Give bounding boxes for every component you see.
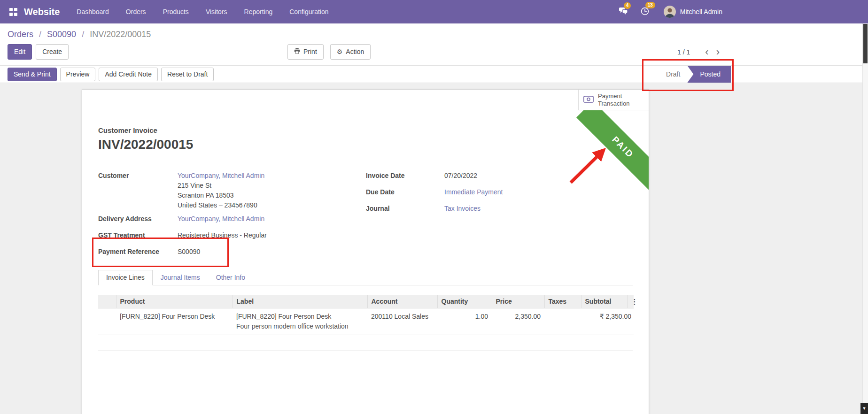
- gst-treatment-label: GST Treatment: [98, 230, 178, 240]
- add-credit-note-button[interactable]: Add Credit Note: [99, 68, 158, 81]
- money-icon: [583, 96, 594, 104]
- statusbar-buttons: Send & Print Preview Add Credit Note Res…: [8, 68, 214, 81]
- customer-link[interactable]: YourCompany, Mitchell Admin: [178, 172, 264, 179]
- column-options-icon[interactable]: ⋮: [627, 295, 634, 308]
- content-area: Payment Transaction PAID Customer Invoic…: [0, 83, 868, 414]
- main-menu: Dashboard Orders Products Visitors Repor…: [77, 8, 328, 15]
- column-header-product[interactable]: Product: [116, 295, 232, 308]
- page: Website Dashboard Orders Products Visito…: [0, 0, 868, 414]
- payment-transaction-button[interactable]: Payment Transaction: [578, 90, 649, 110]
- address-line: 215 Vine St: [178, 181, 264, 191]
- row-handle-cell: [98, 308, 116, 335]
- due-date-link[interactable]: Immediate Payment: [444, 188, 503, 196]
- delivery-address-field: Delivery Address YourCompany, Mitchell A…: [98, 214, 366, 224]
- journal-label: Journal: [366, 204, 444, 214]
- user-menu[interactable]: Mitchell Admin: [661, 5, 725, 18]
- address-line: Scranton PA 18503: [178, 191, 264, 200]
- activities-badge: 13: [645, 2, 655, 8]
- column-header-taxes[interactable]: Taxes: [544, 295, 581, 308]
- invoice-line-row[interactable]: [FURN_8220] Four Person Desk [FURN_8220]…: [98, 308, 634, 335]
- nav-item-dashboard[interactable]: Dashboard: [77, 8, 109, 15]
- due-date-field: Due Date Immediate Payment: [366, 187, 633, 197]
- totals-separator: [98, 351, 633, 351]
- pager-next-icon[interactable]: ›: [713, 47, 723, 57]
- send-and-print-button[interactable]: Send & Print: [8, 68, 57, 81]
- top-navbar: Website Dashboard Orders Products Visito…: [0, 0, 868, 23]
- customer-field: Customer YourCompany, Mitchell Admin 215…: [98, 171, 366, 210]
- subtotal-cell: ₹ 2,350.00: [581, 308, 634, 335]
- scroll-down-button[interactable]: ▼: [860, 403, 868, 414]
- preview-button[interactable]: Preview: [60, 68, 96, 81]
- invoice-date-label: Invoice Date: [366, 171, 444, 181]
- quantity-cell: 1.00: [437, 308, 492, 335]
- nav-item-products[interactable]: Products: [163, 8, 189, 15]
- address-line: United States – 234567890: [178, 200, 264, 210]
- printer-icon: [294, 48, 300, 56]
- tab-invoice-lines[interactable]: Invoice Lines: [98, 270, 153, 285]
- pager: 1 / 1 ‹ ›: [677, 47, 723, 57]
- apps-menu-button[interactable]: [8, 6, 19, 18]
- breadcrumb: Orders / S00090 / INV/2022/00015: [0, 23, 731, 41]
- left-field-group: Customer YourCompany, Mitchell Admin 215…: [98, 171, 366, 263]
- payment-reference-field: Payment Reference S00090: [98, 247, 366, 257]
- breadcrumb-current: INV/2022/00015: [90, 30, 151, 39]
- pager-previous-icon[interactable]: ‹: [701, 47, 712, 57]
- nav-item-reporting[interactable]: Reporting: [244, 8, 273, 15]
- scrollbar-thumb[interactable]: [863, 24, 868, 63]
- pager-value[interactable]: 1 / 1: [677, 48, 690, 56]
- action-button[interactable]: ⚙ Action: [330, 44, 371, 60]
- view-buttons: Edit Create: [8, 44, 69, 60]
- tab-journal-items[interactable]: Journal Items: [153, 270, 208, 285]
- app-name[interactable]: Website: [24, 7, 60, 17]
- price-cell: 2,350.00: [492, 308, 544, 335]
- print-button[interactable]: Print: [287, 44, 324, 60]
- column-header-account[interactable]: Account: [367, 295, 437, 308]
- chat-icon: [619, 9, 628, 16]
- vertical-scrollbar[interactable]: [862, 23, 868, 414]
- notebook-tabs: Invoice Lines Journal Items Other Info: [98, 270, 633, 285]
- edit-button[interactable]: Edit: [8, 44, 32, 60]
- handle-column-header: [98, 295, 116, 308]
- status-widget: Draft Posted: [659, 66, 731, 83]
- state-draft[interactable]: Draft: [659, 66, 687, 83]
- journal-field: Journal Tax Invoices: [366, 204, 633, 214]
- user-name: Mitchell Admin: [680, 8, 722, 15]
- control-panel: Edit Create Print ⚙ Action: [0, 41, 868, 65]
- breadcrumb-separator: /: [39, 30, 41, 39]
- column-header-price[interactable]: Price: [492, 295, 544, 308]
- column-header-quantity[interactable]: Quantity: [437, 295, 492, 308]
- user-avatar-icon: [664, 6, 676, 18]
- product-cell: [FURN_8220] Four Person Desk: [116, 308, 232, 335]
- nav-item-visitors[interactable]: Visitors: [206, 8, 227, 15]
- delivery-address-link[interactable]: YourCompany, Mitchell Admin: [178, 215, 264, 222]
- label-line: [FURN_8220] Four Person Desk: [236, 312, 364, 322]
- systray: 4 13: [618, 5, 725, 18]
- invoice-date-field: Invoice Date 07/20/2022: [366, 171, 633, 181]
- invoice-number-title: INV/2022/00015: [98, 137, 633, 152]
- due-date-label: Due Date: [366, 187, 444, 197]
- table-header-row: Product Label Account Quantity Price Tax…: [98, 295, 634, 308]
- label-description-line: Four person modern office workstation: [236, 322, 364, 331]
- field-groups: Customer YourCompany, Mitchell Admin 215…: [98, 171, 633, 263]
- nav-item-configuration[interactable]: Configuration: [289, 8, 328, 15]
- messages-badge: 4: [624, 2, 631, 9]
- invoice-date-value: 07/20/2022: [444, 171, 477, 181]
- nav-item-orders[interactable]: Orders: [126, 8, 146, 15]
- column-header-label[interactable]: Label: [232, 295, 367, 308]
- create-button[interactable]: Create: [36, 44, 69, 60]
- action-buttons: Print ⚙ Action: [287, 44, 371, 60]
- invoice-lines-table: Product Label Account Quantity Price Tax…: [98, 295, 634, 335]
- activities-button[interactable]: 13: [639, 6, 651, 18]
- breadcrumb-sale-order-link[interactable]: S00090: [47, 30, 76, 39]
- breadcrumb-orders-link[interactable]: Orders: [8, 30, 33, 39]
- messages-button[interactable]: 4: [618, 6, 629, 17]
- tab-other-info[interactable]: Other Info: [208, 270, 253, 285]
- payment-reference-label: Payment Reference: [98, 247, 178, 257]
- label-cell: [FURN_8220] Four Person Desk Four person…: [232, 308, 367, 335]
- journal-link[interactable]: Tax Invoices: [444, 205, 480, 212]
- column-header-subtotal[interactable]: Subtotal: [581, 295, 627, 308]
- state-posted[interactable]: Posted: [687, 66, 731, 83]
- payment-reference-value: S00090: [178, 247, 200, 257]
- apps-grid-icon: [9, 8, 17, 16]
- reset-to-draft-button[interactable]: Reset to Draft: [161, 68, 214, 81]
